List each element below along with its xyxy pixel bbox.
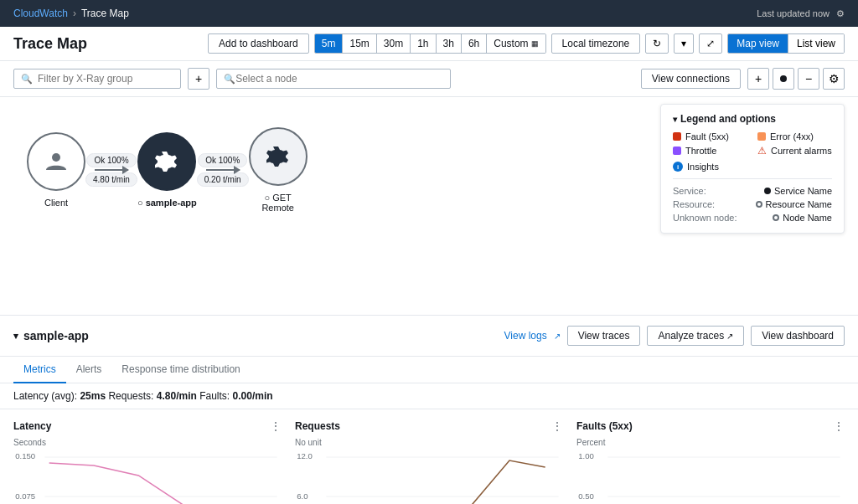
svg-text:12.0: 12.0	[297, 452, 313, 460]
connector-2: Ok 100% 0.20 t/min	[197, 153, 249, 187]
latency-value: 25ms	[80, 390, 106, 402]
get-remote-node-circle[interactable]	[249, 127, 308, 186]
tabs: Metrics Alerts Response time distributio…	[0, 357, 858, 383]
fullscreen-button[interactable]: ⤢	[699, 33, 722, 54]
time-1h[interactable]: 1h	[411, 34, 436, 53]
filter-search[interactable]: 🔍	[13, 69, 181, 89]
connector-2-bottom: 0.20 t/min	[197, 172, 249, 187]
legend-title: Legend and options	[673, 113, 832, 125]
tab-metrics[interactable]: Metrics	[13, 357, 66, 383]
requests-menu[interactable]: ⋮	[551, 419, 563, 433]
unknown-label: Unknown node:	[673, 213, 737, 223]
time-6h[interactable]: 6h	[462, 34, 487, 53]
page-title: Trace Map	[13, 35, 87, 53]
legend-service-row: Service: Service Name	[673, 184, 832, 198]
fault-label: Fault (5xx)	[685, 131, 729, 141]
get-remote-node[interactable]: ○ GET Remote	[249, 127, 308, 213]
resource-label: Resource:	[673, 199, 715, 209]
time-selector: 5m 15m 30m 1h 3h 6h Custom ▦	[314, 33, 546, 54]
client-node-circle[interactable]	[27, 132, 85, 191]
requests-chart: Requests ⋮ No unit 12.0 6.0 0 02:3702:38…	[295, 419, 563, 504]
legend-alarms: ⚠ Current alarms	[757, 145, 832, 157]
insights-icon: i	[673, 162, 683, 172]
requests-chart-header: Requests ⋮	[295, 419, 563, 433]
node-search-icon: 🔍	[224, 74, 235, 85]
map-view-button[interactable]: Map view	[728, 34, 788, 53]
bottom-section: sample-app View logs ↗ View traces Analy…	[0, 315, 858, 504]
sample-app-node[interactable]: ○ sample-app	[137, 132, 197, 208]
sample-app-label: ○ sample-app	[137, 198, 197, 208]
fault-dot	[673, 132, 681, 141]
zoom-controls: + − ⚙	[747, 68, 845, 90]
view-connections-button[interactable]: View connections	[641, 69, 741, 89]
tab-alerts[interactable]: Alerts	[66, 357, 112, 383]
view-dashboard-button[interactable]: View dashboard	[751, 326, 845, 346]
zoom-center-button[interactable]	[773, 68, 794, 90]
faults-unit: Percent	[576, 438, 845, 447]
settings-icon[interactable]: ⚙	[836, 8, 845, 19]
add-filter-button[interactable]: +	[188, 68, 209, 90]
error-dot	[757, 132, 766, 141]
add-dashboard-button[interactable]: Add to dashboard	[208, 33, 309, 54]
toolbar: 🔍 + 🔍 View connections + − ⚙	[0, 61, 858, 97]
tab-response-distribution[interactable]: Response time distribution	[111, 357, 250, 383]
top-nav: CloudWatch › Trace Map Last updated now …	[0, 0, 858, 27]
faults-menu[interactable]: ⋮	[833, 419, 845, 433]
latency-menu[interactable]: ⋮	[270, 419, 282, 433]
service-label: Service:	[673, 186, 706, 196]
breadcrumb-cloudwatch[interactable]: CloudWatch	[13, 8, 68, 19]
insights-label: Insights	[687, 162, 719, 172]
filter-input[interactable]	[38, 73, 173, 85]
charts-area: Latency ⋮ Seconds 0.150 0.075 0	[0, 409, 858, 504]
requests-chart-svg: 12.0 6.0 0	[295, 450, 563, 504]
time-3h[interactable]: 3h	[437, 34, 462, 53]
page-header: Trace Map Add to dashboard 5m 15m 30m 1h…	[0, 27, 858, 61]
svg-point-0	[52, 153, 60, 162]
refresh-button[interactable]: ↻	[645, 33, 669, 54]
node-select[interactable]: 🔍	[216, 69, 451, 89]
user-icon	[43, 148, 70, 175]
zoom-out-button[interactable]: −	[798, 68, 819, 90]
section-title: sample-app	[13, 329, 89, 342]
view-toggle: Map view List view	[727, 33, 845, 54]
resource-value: Resource Name	[756, 199, 832, 209]
breadcrumb-trace-map: Trace Map	[81, 8, 129, 19]
requests-value: 4.80/min	[157, 390, 197, 402]
time-5m[interactable]: 5m	[315, 34, 344, 53]
last-updated-text: Last updated now	[757, 8, 830, 18]
client-node[interactable]: Client	[27, 132, 85, 208]
time-custom[interactable]: Custom ▦	[487, 34, 545, 53]
time-30m[interactable]: 30m	[377, 34, 411, 53]
unknown-value: Node Name	[773, 213, 832, 223]
sample-app-node-circle[interactable]	[137, 132, 196, 191]
list-view-button[interactable]: List view	[788, 34, 844, 53]
unknown-radio	[773, 214, 779, 221]
alarms-label: Current alarms	[771, 146, 832, 156]
throttle-label: Throttle	[685, 146, 716, 156]
legend-insights: i Insights	[673, 162, 832, 172]
svg-text:0.150: 0.150	[15, 452, 35, 460]
latency-label: Latency (avg):	[13, 390, 80, 402]
view-traces-button[interactable]: View traces	[567, 326, 641, 346]
view-logs-button[interactable]: View logs	[504, 330, 547, 342]
svg-text:6.0: 6.0	[297, 492, 308, 501]
connector-1: Ok 100% 4.80 t/min	[85, 153, 137, 187]
time-15m[interactable]: 15m	[343, 34, 376, 53]
zoom-settings-button[interactable]: ⚙	[823, 68, 845, 90]
throttle-dot	[673, 147, 681, 155]
zoom-in-button[interactable]: +	[747, 68, 769, 90]
connector-1-bottom: 4.80 t/min	[85, 172, 137, 187]
search-icon: 🔍	[21, 74, 33, 85]
timezone-button[interactable]: Local timezone	[551, 33, 641, 54]
svg-text:0.50: 0.50	[578, 492, 594, 501]
faults-chart-svg: 1.00 0.50 0	[576, 450, 845, 504]
arrow-1	[95, 169, 128, 171]
legend-panel: Legend and options Fault (5xx) Error (4x…	[660, 104, 845, 234]
svg-text:1.00: 1.00	[578, 452, 594, 460]
remote-gear-icon	[265, 143, 292, 170]
resource-radio	[756, 201, 762, 208]
requests-unit: No unit	[295, 438, 563, 447]
node-input[interactable]	[235, 73, 443, 85]
analyze-traces-button[interactable]: Analyze traces ↗	[647, 326, 744, 346]
download-button[interactable]: ▾	[674, 33, 694, 54]
